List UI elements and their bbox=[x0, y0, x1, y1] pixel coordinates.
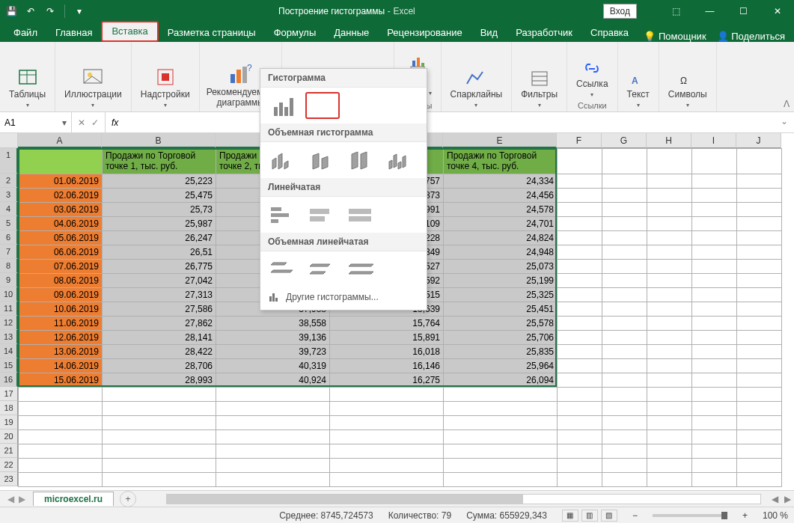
column-header[interactable]: E bbox=[443, 133, 557, 148]
cell[interactable] bbox=[692, 288, 737, 302]
row-header[interactable]: 21 bbox=[0, 444, 18, 458]
cell[interactable]: 05.06.2019 bbox=[19, 231, 103, 245]
tab-data[interactable]: Данные bbox=[325, 24, 378, 42]
cell[interactable]: 08.06.2019 bbox=[19, 274, 103, 288]
cell[interactable] bbox=[19, 402, 103, 416]
tab-file[interactable]: Файл bbox=[4, 24, 46, 42]
cell[interactable]: 24,334 bbox=[444, 174, 558, 189]
cell[interactable] bbox=[737, 430, 782, 444]
cell[interactable] bbox=[558, 260, 602, 274]
tab-insert[interactable]: Вставка bbox=[101, 21, 158, 42]
cell[interactable]: 15.06.2019 bbox=[19, 373, 103, 388]
row-header[interactable]: 23 bbox=[0, 472, 18, 486]
tables-button[interactable]: Таблицы▾ bbox=[4, 64, 50, 110]
cell[interactable]: 25,073 bbox=[444, 260, 558, 274]
cell[interactable] bbox=[692, 373, 737, 388]
cell[interactable] bbox=[216, 430, 330, 444]
cell[interactable] bbox=[558, 402, 602, 416]
cell[interactable] bbox=[692, 331, 737, 345]
clustered-bar-option[interactable] bbox=[266, 201, 301, 228]
cell[interactable] bbox=[602, 388, 647, 402]
cell[interactable] bbox=[692, 302, 737, 317]
cell[interactable] bbox=[558, 174, 602, 189]
cell[interactable] bbox=[692, 444, 737, 459]
cell[interactable] bbox=[558, 359, 602, 373]
cell[interactable]: Продажи по Торговойточке 4, тыс. руб. bbox=[444, 149, 558, 174]
cell[interactable]: 07.06.2019 bbox=[19, 260, 103, 274]
row-header[interactable]: 11 bbox=[0, 302, 18, 316]
cell[interactable] bbox=[558, 245, 602, 260]
cell[interactable] bbox=[103, 473, 216, 487]
zoom-out-button[interactable]: − bbox=[632, 510, 638, 521]
cell[interactable] bbox=[647, 331, 692, 345]
cell[interactable] bbox=[602, 331, 647, 345]
row-header[interactable]: 10 bbox=[0, 287, 18, 302]
cell[interactable] bbox=[558, 189, 602, 203]
cell[interactable] bbox=[330, 388, 444, 402]
row-header[interactable]: 4 bbox=[0, 202, 18, 216]
cell[interactable] bbox=[558, 373, 602, 388]
cell[interactable] bbox=[602, 288, 647, 302]
cell[interactable]: 25,73 bbox=[103, 203, 216, 217]
column-header[interactable]: A bbox=[18, 133, 102, 148]
tab-pagelayout[interactable]: Разметка страницы bbox=[159, 24, 265, 42]
cell[interactable] bbox=[737, 345, 782, 359]
cell[interactable] bbox=[444, 459, 558, 473]
cell[interactable] bbox=[558, 317, 602, 331]
cell[interactable]: 25,325 bbox=[444, 288, 558, 302]
cell[interactable] bbox=[647, 174, 692, 189]
cell[interactable]: 39,723 bbox=[216, 345, 330, 359]
cell[interactable] bbox=[558, 302, 602, 317]
3d-column-option[interactable] bbox=[383, 147, 418, 174]
cell[interactable] bbox=[558, 149, 602, 174]
cell[interactable]: 26,247 bbox=[103, 231, 216, 245]
sheet-tab[interactable]: microexcel.ru bbox=[33, 492, 114, 506]
cell[interactable] bbox=[602, 260, 647, 274]
cell[interactable] bbox=[558, 288, 602, 302]
cell[interactable] bbox=[216, 459, 330, 473]
cell[interactable] bbox=[330, 416, 444, 430]
addins-button[interactable]: Надстройки▾ bbox=[136, 64, 195, 110]
cell[interactable]: 09.06.2019 bbox=[19, 288, 103, 302]
cell[interactable] bbox=[19, 430, 103, 444]
cell[interactable]: 24,948 bbox=[444, 245, 558, 260]
cell[interactable]: 40,924 bbox=[216, 373, 330, 388]
cancel-formula-icon[interactable]: ✕ bbox=[78, 117, 85, 128]
cell[interactable]: 24,824 bbox=[444, 231, 558, 245]
stacked-bar-option[interactable] bbox=[305, 201, 340, 228]
cell[interactable]: 24,456 bbox=[444, 189, 558, 203]
cell[interactable] bbox=[444, 416, 558, 430]
cell[interactable]: 04.06.2019 bbox=[19, 217, 103, 231]
cell[interactable] bbox=[737, 174, 782, 189]
stacked-column-option[interactable] bbox=[305, 92, 340, 119]
cell[interactable]: 24,578 bbox=[444, 203, 558, 217]
filters-button[interactable]: Фильтры▾ bbox=[516, 67, 562, 110]
cell[interactable] bbox=[602, 444, 647, 459]
cell[interactable] bbox=[558, 430, 602, 444]
cell[interactable] bbox=[602, 302, 647, 317]
cell[interactable] bbox=[558, 388, 602, 402]
row-header[interactable]: 14 bbox=[0, 344, 18, 358]
cell[interactable] bbox=[558, 444, 602, 459]
cell[interactable]: Продажи по Торговойточке 1, тыс. руб. bbox=[103, 149, 216, 174]
cell[interactable]: 27,586 bbox=[103, 302, 216, 317]
tell-me[interactable]: 💡 Помощник bbox=[644, 31, 706, 42]
cell[interactable] bbox=[602, 359, 647, 373]
tab-home[interactable]: Главная bbox=[46, 24, 101, 42]
sheet-nav-next-icon[interactable]: ▶ bbox=[19, 494, 25, 504]
cell[interactable] bbox=[602, 416, 647, 430]
cell[interactable]: 11.06.2019 bbox=[19, 317, 103, 331]
cell[interactable] bbox=[692, 345, 737, 359]
cell[interactable]: 25,987 bbox=[103, 217, 216, 231]
cell[interactable] bbox=[558, 416, 602, 430]
cell[interactable] bbox=[647, 189, 692, 203]
tab-help[interactable]: Справка bbox=[581, 24, 638, 42]
enter-formula-icon[interactable]: ✓ bbox=[91, 117, 99, 128]
cell[interactable] bbox=[737, 245, 782, 260]
cell[interactable] bbox=[692, 388, 737, 402]
cell[interactable]: 38,558 bbox=[216, 317, 330, 331]
minimize-icon[interactable]: — bbox=[693, 0, 727, 22]
column-header[interactable]: B bbox=[102, 133, 216, 148]
row-header[interactable]: 19 bbox=[0, 415, 18, 429]
cell[interactable] bbox=[692, 359, 737, 373]
